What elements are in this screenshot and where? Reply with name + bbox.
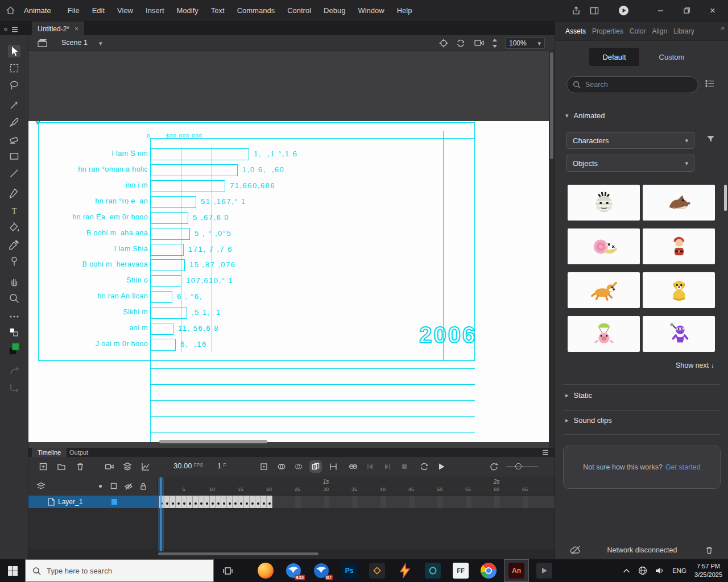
taskbar-chrome[interactable]: [476, 559, 501, 582]
keyframe-cell[interactable]: [210, 496, 216, 508]
magic-wand-tool[interactable]: [8, 99, 20, 111]
layer-frames-track[interactable]: [158, 496, 555, 508]
fill-stroke-color-swatch[interactable]: [8, 341, 20, 357]
trash-icon[interactable]: [705, 546, 714, 555]
asset-thumb-santa[interactable]: [643, 228, 715, 264]
edit-multiple-frames-icon[interactable]: [311, 462, 320, 471]
taskbar-app-stack[interactable]: [365, 559, 390, 582]
onion-skin-outline-icon[interactable]: [294, 462, 303, 471]
frame-transform-tool[interactable]: [8, 62, 20, 74]
tab-library[interactable]: Library: [673, 27, 694, 35]
center-frame-icon[interactable]: [259, 462, 268, 471]
snap-crosshair-icon[interactable]: [439, 39, 448, 48]
get-started-link[interactable]: Get started: [665, 463, 701, 471]
asset-search-input[interactable]: [585, 81, 692, 89]
zoom-level-select[interactable]: 100% ▾: [505, 38, 545, 49]
asset-thumb-pig-parachute[interactable]: [568, 316, 640, 352]
keyframe-cell[interactable]: [198, 496, 204, 508]
keyframe-cell[interactable]: [244, 496, 250, 508]
timeline-menu-icon[interactable]: [542, 450, 549, 455]
keyframe-cell[interactable]: [181, 496, 187, 508]
canvas-horizontal-scroll-thumb[interactable]: [159, 440, 267, 443]
traced-chart-artwork[interactable]: 0 $00,000,000 2006 I lam S nm1, ,1 °,1 6…: [28, 51, 555, 448]
asset-search-box[interactable]: [566, 76, 698, 93]
asset-thumb-snail[interactable]: [568, 228, 640, 264]
snap-option-icon[interactable]: [8, 365, 20, 377]
selection-tool[interactable]: [8, 45, 20, 57]
workspace-layout-icon[interactable]: [590, 6, 599, 15]
minimize-button[interactable]: [652, 3, 669, 18]
section-static[interactable]: ▸ Static: [565, 391, 592, 400]
taskbar-thunderbird-2[interactable]: 87: [309, 559, 334, 582]
close-button[interactable]: ×: [704, 3, 721, 18]
taskbar-faststone[interactable]: FF: [448, 559, 473, 582]
taskbar-app-capture[interactable]: [420, 559, 445, 582]
tab-properties[interactable]: Properties: [592, 27, 623, 35]
vertical-scroll-thumb[interactable]: [550, 52, 553, 159]
pen-tool[interactable]: [8, 187, 20, 199]
network-globe-icon[interactable]: [638, 566, 647, 575]
advanced-layers-icon[interactable]: [123, 462, 132, 471]
panel-menu-icon[interactable]: [11, 27, 26, 35]
expand-panel-icon[interactable]: »: [721, 24, 725, 32]
pushpin-tool[interactable]: [8, 255, 20, 268]
keyframe-cell[interactable]: [267, 496, 272, 508]
current-frame-control[interactable]: 1F: [217, 462, 226, 470]
modify-markers-icon[interactable]: [329, 462, 338, 471]
assets-mode-custom[interactable]: Custom: [652, 48, 692, 66]
share-icon[interactable]: [572, 6, 581, 15]
keyframe-cell[interactable]: [164, 496, 170, 508]
step-forward-icon[interactable]: [383, 462, 392, 471]
keyframe-cell[interactable]: [261, 496, 267, 508]
paint-bucket-tool[interactable]: [8, 221, 20, 234]
volume-icon[interactable]: [655, 567, 664, 575]
onion-skin-icon[interactable]: [277, 462, 286, 471]
eyedropper-tool[interactable]: [8, 238, 20, 251]
camera-icon[interactable]: [105, 462, 114, 471]
taskbar-animate-active[interactable]: An: [504, 559, 529, 582]
restore-button[interactable]: [678, 3, 695, 18]
delete-icon[interactable]: [76, 462, 85, 471]
insert-frame-icon[interactable]: [39, 462, 48, 471]
section-sound-clips[interactable]: ▸ Sound clips: [565, 416, 612, 425]
keyframe-cell[interactable]: [227, 496, 233, 508]
swap-colors-icon[interactable]: [8, 326, 20, 339]
reset-timeline-zoom-icon[interactable]: [489, 462, 498, 471]
clip-camera-icon[interactable]: [474, 39, 484, 47]
menu-help[interactable]: Help: [391, 0, 419, 22]
keyframe-cell[interactable]: [255, 496, 261, 508]
menu-debug[interactable]: Debug: [317, 0, 351, 22]
graph-editor-icon[interactable]: [141, 462, 150, 471]
onion-range-icon[interactable]: [349, 462, 358, 471]
timeline-scrollbar[interactable]: [28, 549, 555, 559]
taskbar-clock[interactable]: 7:57 PM 3/25/2025: [694, 562, 722, 579]
step-back-icon[interactable]: [366, 462, 375, 471]
keyframe-cell[interactable]: [176, 496, 181, 508]
language-indicator[interactable]: ENG: [672, 567, 686, 574]
keyframe-cell[interactable]: [193, 496, 198, 508]
taskbar-app-bolt[interactable]: [392, 559, 417, 582]
text-tool[interactable]: T: [8, 204, 20, 217]
tab-assets[interactable]: Assets: [565, 27, 586, 35]
taskbar-firefox[interactable]: [253, 559, 278, 582]
scene-breadcrumb[interactable]: Scene 1: [61, 39, 88, 47]
menu-modify[interactable]: Modify: [171, 0, 205, 22]
tray-expand-icon[interactable]: [623, 568, 630, 573]
document-tab[interactable]: Untitled-2* ×: [32, 22, 84, 35]
canvas-vertical-scrollbar[interactable]: [549, 51, 555, 448]
taskbar-search-input[interactable]: [47, 567, 206, 575]
keyframe-cell[interactable]: [238, 496, 244, 508]
loop-icon[interactable]: [420, 462, 429, 471]
start-button[interactable]: [0, 559, 25, 582]
zoom-tool[interactable]: [8, 292, 20, 305]
fps-control[interactable]: 30.00FPS: [173, 462, 203, 470]
filter-icon[interactable]: [706, 135, 715, 143]
keyframe-cell[interactable]: [187, 496, 193, 508]
smooth-option-icon[interactable]: [8, 381, 20, 393]
loop-playback-icon[interactable]: [456, 39, 465, 48]
layer-row[interactable]: Layer_1: [28, 496, 158, 508]
panel-scroll-thumb[interactable]: [724, 185, 727, 211]
show-next-link[interactable]: Show next ↓: [676, 361, 714, 369]
timeline-scroll-thumb[interactable]: [158, 552, 318, 555]
keyframe-cell[interactable]: [170, 496, 176, 508]
